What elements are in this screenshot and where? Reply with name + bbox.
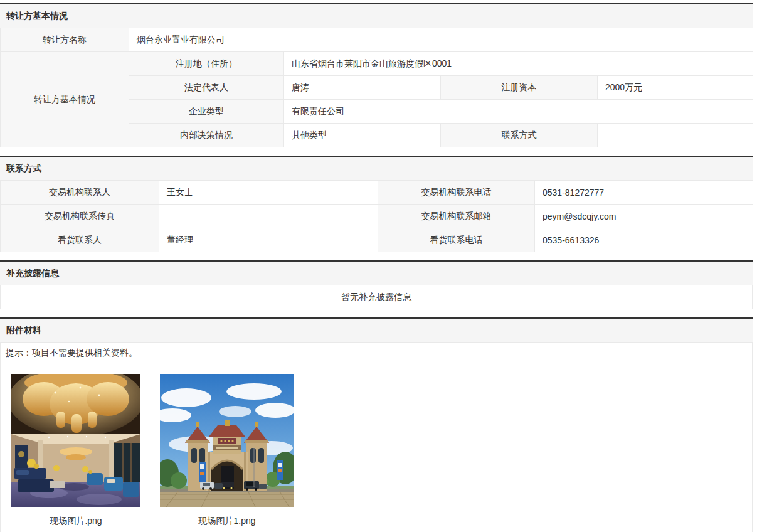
transferor-group-label: 转让方基本情况 bbox=[1, 52, 129, 147]
section-title-supplement: 补充披露信息 bbox=[0, 262, 753, 285]
attachment-caption: 现场图片.png bbox=[50, 516, 102, 527]
reg-capital-value: 2000万元 bbox=[598, 76, 753, 100]
reg-capital-label: 注册资本 bbox=[441, 76, 598, 100]
agency-phone-value: 0531-81272777 bbox=[535, 181, 753, 205]
transferor-name-label: 转让方名称 bbox=[1, 28, 129, 52]
section-contact-info: 联系方式 交易机构联系人 王女士 交易机构联系电话 0531-81272777 … bbox=[0, 156, 753, 252]
table-row: 看货联系人 董经理 看货联系电话 0535-6613326 bbox=[1, 228, 753, 252]
table-row: 交易机构联系人 王女士 交易机构联系电话 0531-81272777 bbox=[1, 181, 753, 205]
agency-email-label: 交易机构联系邮箱 bbox=[378, 205, 535, 228]
supplement-empty-message: 暂无补充披露信息 bbox=[0, 285, 753, 309]
attachment-item: 现场图片1.png bbox=[160, 374, 294, 527]
company-type-value: 有限责任公司 bbox=[284, 100, 753, 124]
section-transferor-info: 转让方基本情况 转让方名称 烟台永业置业有限公司 转让方基本情况 注册地（住所）… bbox=[0, 3, 753, 147]
attachment-item: 现场图片.png bbox=[11, 374, 140, 527]
attachments-tip: 提示：项目不需要提供相关资料。 bbox=[1, 343, 752, 364]
contact-table: 交易机构联系人 王女士 交易机构联系电话 0531-81272777 交易机构联… bbox=[0, 180, 753, 252]
viewing-contact-label: 看货联系人 bbox=[1, 228, 159, 252]
legal-rep-label: 法定代表人 bbox=[129, 76, 284, 100]
decision-label: 内部决策情况 bbox=[129, 124, 284, 147]
reg-addr-label: 注册地（住所） bbox=[129, 52, 284, 76]
transferor-table: 转让方名称 烟台永业置业有限公司 转让方基本情况 注册地（住所） 山东省烟台市莱… bbox=[0, 28, 753, 147]
table-row: 交易机构联系传真 交易机构联系邮箱 peym@sdcqjy.com bbox=[1, 205, 753, 228]
table-row: 转让方基本情况 注册地（住所） 山东省烟台市莱阳市金山旅游度假区0001 bbox=[1, 52, 753, 76]
section-supplement-disclosure: 补充披露信息 暂无补充披露信息 bbox=[0, 260, 753, 309]
site-photo-gate-thumbnail[interactable] bbox=[160, 374, 294, 507]
contact-method-label: 联系方式 bbox=[441, 124, 598, 147]
agency-contact-value: 王女士 bbox=[159, 181, 378, 205]
contact-method-value bbox=[598, 124, 753, 147]
agency-fax-label: 交易机构联系传真 bbox=[1, 205, 159, 228]
section-title-transferor: 转让方基本情况 bbox=[0, 4, 753, 28]
company-type-label: 企业类型 bbox=[129, 100, 284, 124]
attachments-body: 提示：项目不需要提供相关资料。 bbox=[0, 342, 753, 532]
section-title-contact: 联系方式 bbox=[0, 157, 753, 180]
decision-value: 其他类型 bbox=[284, 124, 441, 147]
section-title-attachments: 附件材料 bbox=[0, 319, 753, 342]
agency-fax-value bbox=[159, 205, 378, 228]
transferor-name-value: 烟台永业置业有限公司 bbox=[129, 28, 753, 52]
reg-addr-value: 山东省烟台市莱阳市金山旅游度假区0001 bbox=[284, 52, 753, 76]
site-photo-lobby-thumbnail[interactable] bbox=[11, 374, 140, 507]
agency-contact-label: 交易机构联系人 bbox=[1, 181, 159, 205]
attachment-list: 现场图片.png bbox=[1, 364, 752, 532]
attachment-caption: 现场图片1.png bbox=[198, 516, 255, 527]
section-attachments: 附件材料 提示：项目不需要提供相关资料。 bbox=[0, 317, 753, 532]
viewing-contact-value: 董经理 bbox=[159, 228, 378, 252]
table-row: 转让方名称 烟台永业置业有限公司 bbox=[1, 28, 753, 52]
agency-email-value: peym@sdcqjy.com bbox=[535, 205, 753, 228]
viewing-phone-value: 0535-6613326 bbox=[535, 228, 753, 252]
viewing-phone-label: 看货联系电话 bbox=[378, 228, 535, 252]
agency-phone-label: 交易机构联系电话 bbox=[378, 181, 535, 205]
legal-rep-value: 唐涛 bbox=[284, 76, 441, 100]
